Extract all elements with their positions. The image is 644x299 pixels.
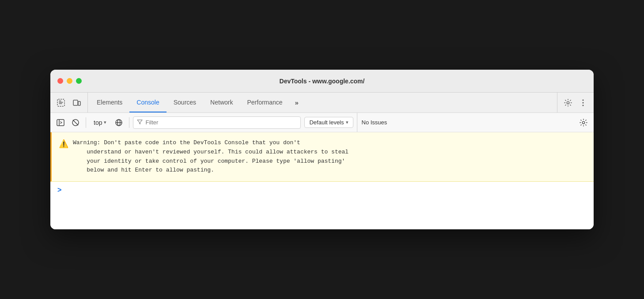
svg-point-3: [583, 99, 584, 101]
svg-rect-2: [78, 101, 80, 105]
customize-button[interactable]: [576, 96, 590, 110]
svg-point-4: [583, 102, 584, 103]
live-expressions-button[interactable]: [112, 116, 125, 129]
tab-bar-left-icons: [54, 93, 88, 112]
svg-rect-6: [57, 120, 64, 126]
toolbar-separator-2: [129, 117, 129, 128]
console-settings-button[interactable]: [577, 116, 590, 129]
default-levels-selector[interactable]: Default levels ▾: [304, 117, 353, 128]
svg-rect-1: [73, 100, 78, 105]
filter-icon: [137, 119, 143, 126]
inspect-element-button[interactable]: [54, 96, 68, 110]
console-content: ⚠️ Warning: Don't paste code into the De…: [50, 132, 594, 229]
console-prompt-row: >: [50, 182, 594, 198]
tab-bar-right-icons: [557, 93, 590, 112]
filter-box[interactable]: [133, 116, 301, 129]
warning-icon: ⚠️: [59, 139, 68, 175]
close-button[interactable]: [57, 78, 63, 84]
tab-sources[interactable]: Sources: [167, 93, 203, 112]
svg-line-9: [73, 120, 78, 125]
prompt-chevron: >: [57, 186, 61, 194]
filter-input[interactable]: [145, 119, 297, 126]
tab-performance[interactable]: Performance: [240, 93, 289, 112]
tab-network[interactable]: Network: [203, 93, 240, 112]
context-selector[interactable]: top ▾: [90, 117, 110, 128]
settings-button[interactable]: [561, 96, 575, 110]
show-sidebar-button[interactable]: [54, 116, 67, 129]
devtools-window: DevTools - www.google.com/ Elements: [50, 70, 594, 229]
tab-elements[interactable]: Elements: [90, 93, 129, 112]
tab-bar: Elements Console Sources Network Perform…: [50, 93, 594, 113]
no-issues-badge: No Issues: [357, 113, 392, 132]
title-bar: DevTools - www.google.com/: [50, 70, 594, 93]
console-toolbar: top ▾ Default levels ▾ No Issues: [50, 113, 594, 132]
tabs-container: Elements Console Sources Network Perform…: [90, 93, 557, 112]
window-controls: [57, 78, 82, 84]
tab-console[interactable]: Console: [129, 93, 166, 112]
warning-text: Warning: Don't paste code into the DevTo…: [73, 138, 349, 175]
warning-message: ⚠️ Warning: Don't paste code into the De…: [50, 132, 594, 182]
minimize-button[interactable]: [67, 78, 72, 84]
maximize-button[interactable]: [76, 78, 82, 84]
more-tabs-button[interactable]: »: [290, 96, 304, 110]
svg-point-5: [583, 105, 584, 106]
console-input[interactable]: [65, 187, 587, 194]
toolbar-separator-1: [86, 117, 86, 128]
device-toolbar-button[interactable]: [70, 96, 84, 110]
window-title: DevTools - www.google.com/: [280, 78, 365, 85]
svg-rect-0: [57, 99, 64, 106]
clear-console-button[interactable]: [69, 116, 82, 129]
